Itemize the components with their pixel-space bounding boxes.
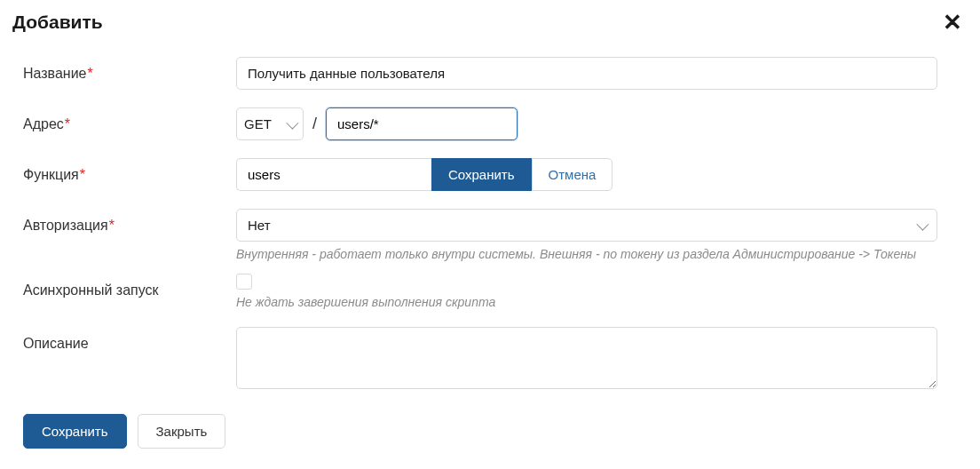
row-async: Асинхронный запуск Не ждать завершения в… — [12, 274, 968, 309]
path-slash: / — [312, 115, 317, 133]
name-input[interactable] — [236, 57, 937, 90]
close-button[interactable]: Закрыть — [138, 414, 226, 449]
save-button[interactable]: Сохранить — [23, 414, 127, 449]
label-address-text: Адрес — [23, 116, 64, 131]
label-auth: Авторизация* — [23, 209, 236, 234]
method-select[interactable]: GET — [236, 107, 304, 140]
dialog-title: Добавить — [12, 12, 103, 33]
dialog-header: Добавить ✕ — [12, 9, 968, 36]
auth-hint: Внутренняя - работает только внутри сист… — [236, 247, 937, 261]
label-name: Название* — [23, 57, 236, 82]
row-auth: Авторизация* Нет Внутренняя - работает т… — [12, 209, 968, 261]
label-auth-text: Авторизация — [23, 218, 108, 233]
auth-value: Нет — [248, 218, 271, 233]
row-function: Функция* Сохранить Отмена — [12, 158, 968, 191]
async-checkbox[interactable] — [236, 274, 252, 290]
required-mark: * — [109, 218, 115, 233]
chevron-down-icon — [916, 218, 929, 230]
row-name: Название* — [12, 57, 968, 90]
inner-save-button[interactable]: Сохранить — [431, 158, 532, 191]
function-input[interactable] — [236, 158, 431, 191]
row-description: Описание — [12, 327, 968, 393]
required-mark: * — [88, 66, 93, 81]
label-name-text: Название — [23, 66, 87, 81]
label-function: Функция* — [23, 158, 236, 183]
chevron-down-icon — [286, 116, 298, 129]
row-address: Адрес* GET / — [12, 107, 968, 140]
close-icon[interactable]: ✕ — [937, 9, 968, 36]
label-address: Адрес* — [23, 107, 236, 132]
dialog-footer: Сохранить Закрыть — [12, 414, 968, 449]
label-description: Описание — [23, 327, 236, 352]
method-value: GET — [244, 116, 272, 131]
label-async: Асинхронный запуск — [23, 274, 236, 298]
description-textarea[interactable] — [236, 327, 937, 389]
required-mark: * — [65, 116, 70, 131]
label-function-text: Функция — [23, 167, 79, 182]
inner-cancel-button[interactable]: Отмена — [532, 158, 613, 191]
path-input[interactable] — [326, 107, 518, 140]
auth-select[interactable]: Нет — [236, 209, 937, 242]
async-hint: Не ждать завершения выполнения скрипта — [236, 295, 937, 309]
required-mark: * — [80, 167, 85, 182]
